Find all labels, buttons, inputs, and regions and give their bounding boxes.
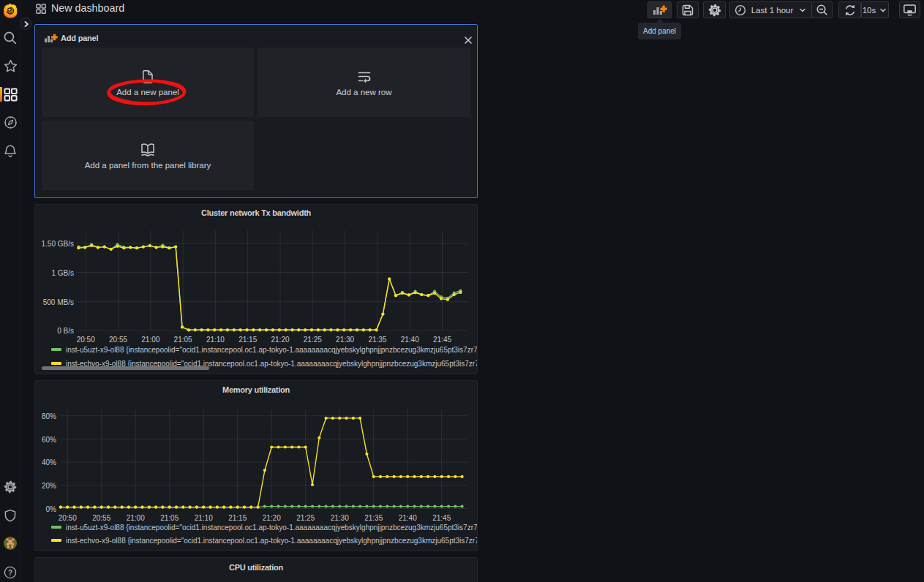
svg-text:?: ?	[8, 569, 12, 577]
